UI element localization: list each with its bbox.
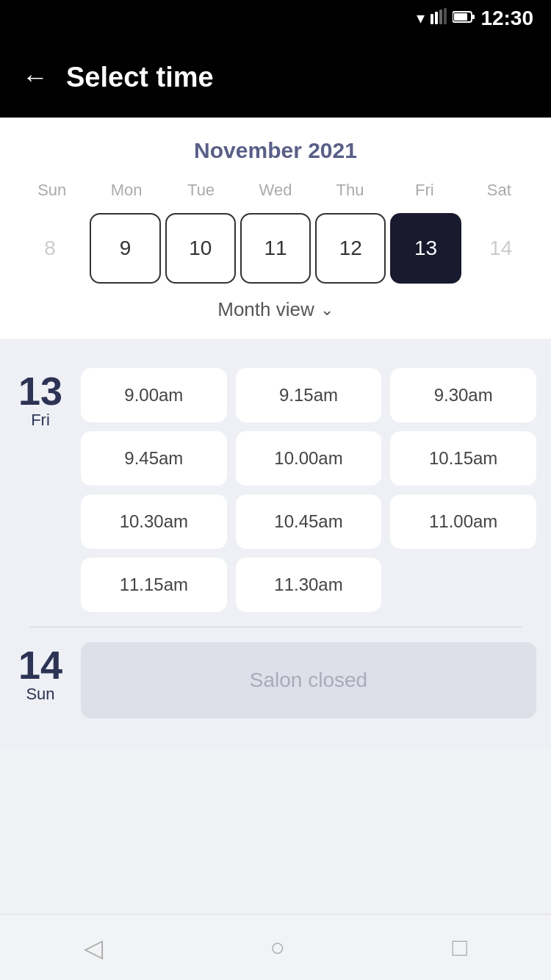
day-header-mon: Mon xyxy=(89,178,163,203)
header: ← Select time xyxy=(0,37,551,118)
day-cell-10[interactable]: 10 xyxy=(165,213,236,284)
time-slot-1030am[interactable]: 10.30am xyxy=(81,494,227,549)
time-slot-1100am[interactable]: 11.00am xyxy=(390,494,536,549)
time-slot-930am[interactable]: 9.30am xyxy=(390,368,536,422)
bottom-nav: ◁ ○ □ xyxy=(0,914,551,980)
day-headers: Sun Mon Tue Wed Thu Fri Sat xyxy=(15,178,536,203)
time-slot-1015am[interactable]: 10.15am xyxy=(390,431,536,486)
time-slot-915am[interactable]: 9.15am xyxy=(236,368,382,422)
month-label: November 2021 xyxy=(15,138,536,163)
page-title: Select time xyxy=(66,62,214,93)
calendar-section: November 2021 Sun Mon Tue Wed Thu Fri Sa… xyxy=(0,118,551,339)
chevron-down-icon: ⌄ xyxy=(320,300,334,320)
svg-rect-1 xyxy=(435,12,438,24)
day-block-14: 14 Sun Salon closed xyxy=(15,627,536,733)
back-button[interactable]: ← xyxy=(22,64,48,90)
day-cell-11[interactable]: 11 xyxy=(240,213,311,284)
day-header-fri: Fri xyxy=(387,178,461,203)
day-header-sat: Sat xyxy=(462,178,536,203)
day-row: 8 9 10 11 12 13 14 xyxy=(15,210,536,287)
svg-rect-0 xyxy=(431,14,433,24)
day-header-wed: Wed xyxy=(238,178,312,203)
svg-rect-6 xyxy=(472,15,475,19)
salon-closed-message: Salon closed xyxy=(81,642,536,718)
time-slot-1115am[interactable]: 11.15am xyxy=(81,558,227,612)
status-bar: ▾ 12:30 xyxy=(0,0,551,37)
time-slot-900am[interactable]: 9.00am xyxy=(81,368,227,422)
month-view-label: Month view xyxy=(217,298,314,321)
day-cell-12[interactable]: 12 xyxy=(315,213,386,284)
day-header-tue: Tue xyxy=(164,178,238,203)
wifi-icon: ▾ xyxy=(417,9,425,28)
time-section: 13 Fri 9.00am 9.15am 9.30am 9.45am 10.00… xyxy=(0,339,551,748)
status-icons: ▾ xyxy=(417,8,475,29)
day-number-13: 13 xyxy=(18,371,62,411)
day-name-sun: Sun xyxy=(26,685,54,704)
svg-rect-5 xyxy=(454,13,467,21)
time-slot-945am[interactable]: 9.45am xyxy=(81,431,227,486)
day-header-thu: Thu xyxy=(313,178,387,203)
day-name-fri: Fri xyxy=(31,411,50,430)
battery-icon xyxy=(453,9,475,28)
nav-recent-button[interactable]: □ xyxy=(453,933,468,962)
time-slot-1000am[interactable]: 10.00am xyxy=(236,431,382,486)
time-display: 12:30 xyxy=(480,7,533,30)
day-block-13: 13 Fri 9.00am 9.15am 9.30am 9.45am 10.00… xyxy=(15,353,536,627)
time-slot-1045am[interactable]: 10.45am xyxy=(236,494,382,549)
svg-rect-3 xyxy=(444,8,447,24)
day-header-sun: Sun xyxy=(15,178,89,203)
nav-back-button[interactable]: ◁ xyxy=(84,933,103,962)
month-view-toggle[interactable]: Month view ⌄ xyxy=(15,287,536,327)
time-slot-1130am[interactable]: 11.30am xyxy=(236,558,382,612)
day-cell-8[interactable]: 8 xyxy=(15,213,85,284)
svg-rect-2 xyxy=(439,10,442,24)
day-cell-13[interactable]: 13 xyxy=(390,213,461,284)
day-cell-14[interactable]: 14 xyxy=(466,213,536,284)
day-number-block-14: 14 Sun xyxy=(15,642,66,718)
time-slots-grid-13: 9.00am 9.15am 9.30am 9.45am 10.00am 10.1… xyxy=(81,368,536,612)
day-number-block-13: 13 Fri xyxy=(15,368,66,612)
signal-icon xyxy=(431,8,447,29)
nav-home-button[interactable]: ○ xyxy=(270,933,285,962)
day-number-14: 14 xyxy=(18,645,62,685)
day-cell-9[interactable]: 9 xyxy=(90,213,160,284)
